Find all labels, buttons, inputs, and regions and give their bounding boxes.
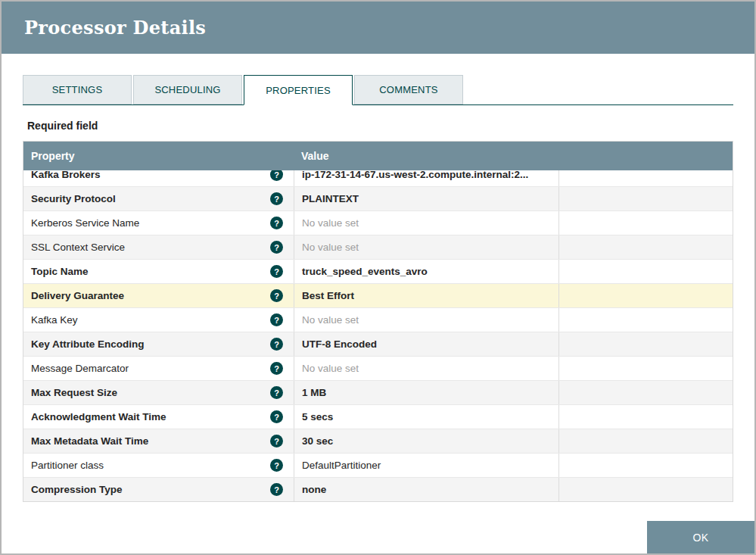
property-name: Message Demarcator bbox=[31, 363, 129, 374]
property-name: Partitioner class bbox=[31, 460, 104, 471]
property-name: Kerberos Service Name bbox=[31, 217, 139, 229]
help-icon[interactable]: ? bbox=[270, 265, 283, 278]
empty-cell bbox=[558, 235, 733, 259]
table-row: Max Metadata Wait Time ? 30 sec bbox=[23, 429, 733, 453]
property-name: Acknowledgment Wait Time bbox=[31, 411, 166, 422]
value-cell: 5 secs bbox=[294, 405, 558, 429]
value-cell: truck_speed_events_avro bbox=[294, 260, 558, 283]
table-header-row: Property Value bbox=[23, 142, 733, 170]
property-name: Max Request Size bbox=[31, 387, 117, 398]
value-cell: No value set bbox=[294, 308, 558, 332]
value-cell: Best Effort bbox=[294, 284, 558, 307]
table-row: Compression Type ? none bbox=[23, 477, 733, 501]
empty-cell bbox=[558, 308, 733, 332]
tab-properties[interactable]: PROPERTIES bbox=[244, 75, 353, 105]
empty-cell bbox=[558, 211, 733, 235]
property-name: Kafka Key bbox=[31, 314, 78, 326]
help-icon[interactable]: ? bbox=[270, 386, 283, 399]
table-row: Kafka Key ? No value set bbox=[23, 307, 733, 332]
property-cell: Compression Type ? bbox=[23, 478, 294, 501]
empty-cell bbox=[558, 454, 733, 477]
help-icon[interactable]: ? bbox=[270, 338, 283, 351]
property-cell: Topic Name ? bbox=[23, 260, 294, 283]
value-cell: No value set bbox=[294, 211, 558, 235]
help-icon[interactable]: ? bbox=[270, 170, 283, 181]
property-cell: Max Request Size ? bbox=[23, 381, 294, 404]
table-row: Delivery Guarantee ? Best Effort bbox=[23, 283, 733, 307]
column-header-value: Value bbox=[294, 150, 558, 162]
property-name: SSL Context Service bbox=[31, 242, 125, 253]
empty-cell bbox=[558, 170, 733, 186]
help-icon[interactable]: ? bbox=[270, 192, 283, 205]
property-name: Security Protocol bbox=[31, 193, 116, 204]
property-name: Max Metadata Wait Time bbox=[31, 435, 148, 447]
value-cell: No value set bbox=[294, 357, 558, 380]
empty-cell bbox=[558, 405, 733, 429]
table-row: Kafka Brokers ? ip-172-31-14-67.us-west-… bbox=[23, 170, 733, 186]
properties-table: Property Value Kafka Brokers ? ip-172-31… bbox=[23, 141, 733, 502]
help-icon[interactable]: ? bbox=[270, 435, 283, 447]
empty-cell bbox=[558, 332, 733, 356]
property-name: Topic Name bbox=[31, 266, 89, 277]
table-row: Message Demarcator ? No value set bbox=[23, 356, 733, 380]
property-cell: Security Protocol ? bbox=[23, 187, 294, 210]
table-row: SSL Context Service ? No value set bbox=[23, 235, 733, 259]
table-row: Partitioner class ? DefaultPartitioner bbox=[23, 453, 733, 477]
table-row: Max Request Size ? 1 MB bbox=[23, 380, 733, 404]
table-row: Security Protocol ? PLAINTEXT bbox=[23, 186, 733, 210]
dialog-content: SETTINGS SCHEDULING PROPERTIES COMMENTS … bbox=[2, 54, 754, 502]
property-cell: Acknowledgment Wait Time ? bbox=[23, 405, 294, 429]
value-cell: ip-172-31-14-67.us-west-2.compute.intern… bbox=[294, 170, 558, 186]
value-cell: PLAINTEXT bbox=[294, 187, 558, 210]
column-header-property: Property bbox=[23, 150, 294, 162]
value-cell: 1 MB bbox=[294, 381, 558, 404]
processor-details-dialog: Processor Details SETTINGS SCHEDULING PR… bbox=[0, 0, 756, 555]
property-cell: Max Metadata Wait Time ? bbox=[23, 429, 294, 453]
help-icon[interactable]: ? bbox=[270, 459, 283, 472]
property-name: Delivery Guarantee bbox=[31, 290, 124, 301]
property-cell: Kafka Key ? bbox=[23, 308, 294, 332]
value-cell: none bbox=[294, 478, 558, 501]
help-icon[interactable]: ? bbox=[270, 410, 283, 423]
property-cell: Partitioner class ? bbox=[23, 454, 294, 477]
tab-scheduling[interactable]: SCHEDULING bbox=[133, 75, 242, 104]
property-cell: Kafka Brokers ? bbox=[23, 170, 294, 186]
property-cell: Message Demarcator ? bbox=[23, 357, 294, 380]
dialog-header: Processor Details bbox=[2, 2, 754, 54]
dialog-title: Processor Details bbox=[24, 17, 206, 39]
empty-cell bbox=[558, 429, 733, 453]
table-row: Key Attribute Encoding ? UTF-8 Encoded bbox=[23, 332, 733, 356]
empty-cell bbox=[558, 260, 733, 283]
empty-cell bbox=[558, 478, 733, 501]
property-cell: SSL Context Service ? bbox=[23, 235, 294, 259]
ok-button[interactable]: OK bbox=[647, 521, 754, 553]
empty-cell bbox=[558, 187, 733, 210]
empty-cell bbox=[558, 381, 733, 404]
help-icon[interactable]: ? bbox=[270, 483, 283, 496]
tab-comments[interactable]: COMMENTS bbox=[354, 75, 463, 104]
table-body: Kafka Brokers ? ip-172-31-14-67.us-west-… bbox=[23, 170, 733, 501]
help-icon[interactable]: ? bbox=[270, 362, 283, 375]
property-name: Compression Type bbox=[31, 484, 123, 495]
empty-cell bbox=[558, 284, 733, 307]
table-row: Acknowledgment Wait Time ? 5 secs bbox=[23, 404, 733, 429]
value-cell: UTF-8 Encoded bbox=[294, 332, 558, 356]
required-field-note: Required field bbox=[27, 120, 729, 132]
tab-bar: SETTINGS SCHEDULING PROPERTIES COMMENTS bbox=[23, 75, 733, 105]
property-name: Key Attribute Encoding bbox=[31, 338, 145, 350]
help-icon[interactable]: ? bbox=[270, 289, 283, 302]
table-row: Topic Name ? truck_speed_events_avro bbox=[23, 259, 733, 283]
tab-settings[interactable]: SETTINGS bbox=[23, 75, 132, 104]
help-icon[interactable]: ? bbox=[270, 217, 283, 229]
value-cell: DefaultPartitioner bbox=[294, 454, 558, 477]
empty-cell bbox=[558, 357, 733, 380]
value-cell: 30 sec bbox=[294, 429, 558, 453]
property-cell: Delivery Guarantee ? bbox=[23, 284, 294, 307]
property-cell: Key Attribute Encoding ? bbox=[23, 332, 294, 356]
help-icon[interactable]: ? bbox=[270, 241, 283, 254]
property-cell: Kerberos Service Name ? bbox=[23, 211, 294, 235]
property-name: Kafka Brokers bbox=[31, 170, 101, 180]
table-row: Kerberos Service Name ? No value set bbox=[23, 210, 733, 235]
help-icon[interactable]: ? bbox=[270, 313, 283, 326]
value-cell: No value set bbox=[294, 235, 558, 259]
